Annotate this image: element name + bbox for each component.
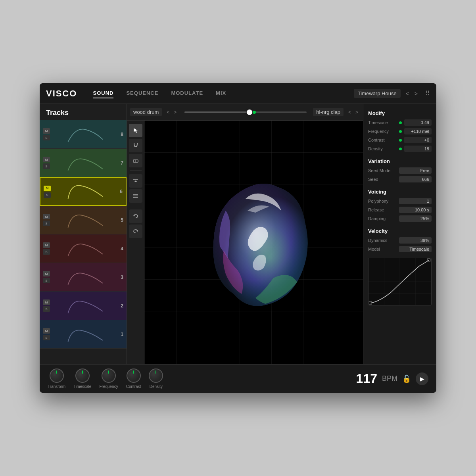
solo-btn-8[interactable]: S — [43, 135, 50, 140]
bpm-unit: BPM — [382, 374, 397, 383]
track-item-6[interactable]: M S 6 — [40, 177, 127, 206]
velocity-section-title: Velocity — [368, 228, 432, 234]
tool-magnet[interactable] — [129, 139, 142, 152]
mute-btn-3[interactable]: M — [43, 271, 50, 276]
knob-frequency-control[interactable] — [102, 369, 116, 383]
app-logo: VISCO — [46, 88, 77, 99]
sound-arrows-left: < > — [165, 109, 178, 116]
damping-label: Damping — [368, 216, 397, 221]
mute-btn-1[interactable]: M — [43, 328, 50, 334]
solo-btn-5[interactable]: S — [43, 221, 50, 226]
sound-arrows-right: < > — [347, 109, 360, 116]
bpm-lock-icon[interactable]: 🔓 — [402, 374, 411, 383]
velocity-graph — [368, 258, 432, 305]
tab-modulate[interactable]: MODULATE — [171, 88, 203, 98]
tool-divider-1 — [130, 171, 142, 171]
sound-name-right: hi-nrg clap — [313, 108, 344, 116]
track-item-3[interactable]: M S 3 — [40, 263, 127, 292]
preset-nav: < > — [404, 90, 420, 98]
track-number-2: 2 — [121, 303, 123, 309]
canvas-area[interactable] — [144, 121, 363, 364]
solo-btn-2[interactable]: S — [43, 306, 50, 312]
model-value[interactable]: Timescale — [399, 246, 432, 252]
knob-timescale-control[interactable] — [75, 369, 90, 383]
sound-right-next[interactable]: > — [354, 109, 360, 116]
mute-btn-7[interactable]: M — [43, 157, 50, 162]
param-timescale: Timescale 0.49 — [368, 119, 432, 126]
knob-contrast-control[interactable] — [127, 369, 141, 383]
sound-name-left: wood drum — [130, 108, 162, 116]
tool-align[interactable] — [129, 189, 142, 203]
dynamics-value[interactable]: 39% — [399, 237, 432, 244]
frequency-label: Frequency — [368, 129, 397, 134]
release-value[interactable]: 10.00 s — [399, 207, 432, 213]
mute-btn-8[interactable]: M — [43, 128, 50, 134]
param-release: Release 10.00 s — [368, 207, 432, 213]
solo-btn-7[interactable]: S — [43, 163, 50, 169]
tab-mix[interactable]: MIX — [216, 88, 226, 98]
frequency-value[interactable]: +110 mel — [404, 128, 432, 134]
tool-redo[interactable] — [129, 225, 142, 238]
seed-mode-value[interactable]: Free — [399, 167, 432, 174]
preset-name: Timewarp House — [354, 89, 401, 98]
track-item-1[interactable]: M S 1 — [40, 320, 127, 349]
tool-erase[interactable] — [129, 154, 142, 167]
polyphony-label: Polyphony — [368, 199, 397, 203]
sound-right-prev[interactable]: < — [347, 109, 353, 116]
knob-transform-control[interactable] — [50, 369, 64, 383]
tab-sound[interactable]: SOUND — [93, 88, 113, 98]
grid-icon[interactable]: ⠿ — [425, 90, 430, 97]
track-item-5[interactable]: M S 5 — [40, 206, 127, 234]
solo-btn-6[interactable]: S — [44, 192, 51, 198]
track-number-5: 5 — [121, 217, 123, 223]
track-number-6: 6 — [120, 189, 123, 194]
density-label: Density — [368, 146, 397, 151]
track-waveform-2 — [52, 296, 118, 316]
tool-select[interactable] — [129, 124, 142, 137]
polyphony-value[interactable]: 1 — [399, 198, 432, 204]
mute-btn-4[interactable]: M — [43, 242, 50, 248]
track-buttons-7: M S — [43, 157, 50, 169]
param-polyphony: Polyphony 1 — [368, 198, 432, 204]
solo-btn-1[interactable]: S — [43, 335, 50, 340]
sound-slider[interactable] — [184, 111, 307, 113]
track-item-2[interactable]: M S 2 — [40, 292, 127, 320]
preset-prev[interactable]: < — [404, 90, 411, 98]
knob-contrast-label: Contrast — [126, 384, 141, 389]
sound-slider-container[interactable] — [181, 111, 310, 113]
voicing-section-title: Voicing — [368, 189, 432, 195]
damping-value[interactable]: 25% — [399, 215, 432, 222]
timescale-dot — [399, 121, 402, 124]
center-panel: wood drum < > hi-nrg clap < > — [127, 104, 363, 364]
preset-next[interactable]: > — [413, 90, 420, 98]
seed-mode-label: Seed Mode — [368, 168, 397, 173]
param-seed: Seed 666 — [368, 176, 432, 182]
track-number-7: 7 — [121, 160, 123, 166]
timescale-value[interactable]: 0.49 — [404, 119, 432, 126]
seed-label: Seed — [368, 177, 397, 182]
mute-btn-2[interactable]: M — [43, 299, 50, 305]
seed-value[interactable]: 666 — [399, 176, 432, 182]
density-value[interactable]: +18 — [404, 146, 432, 152]
track-item-4[interactable]: M S 4 — [40, 234, 127, 263]
play-button[interactable]: ▶ — [416, 372, 428, 385]
tool-snap[interactable] — [129, 174, 142, 188]
contrast-value[interactable]: +0 — [404, 137, 432, 143]
track-buttons-2: M S — [43, 299, 50, 312]
knob-density-control[interactable] — [149, 369, 163, 383]
dynamics-label: Dynamics — [368, 238, 397, 243]
mute-btn-6[interactable]: M — [44, 186, 51, 191]
solo-btn-3[interactable]: S — [43, 278, 50, 283]
canvas-3d-object — [186, 167, 337, 318]
mute-btn-5[interactable]: M — [43, 214, 50, 219]
tab-sequence[interactable]: SEQUENCE — [126, 88, 158, 98]
preset-area: Timewarp House < > ⠿ — [354, 89, 430, 98]
solo-btn-4[interactable]: S — [43, 249, 50, 255]
knob-transform: Transform — [48, 369, 65, 389]
sound-next[interactable]: > — [172, 109, 178, 116]
track-item-8[interactable]: M S 8 — [40, 120, 127, 149]
track-item-7[interactable]: M S 7 — [40, 149, 127, 177]
sound-prev[interactable]: < — [165, 109, 171, 116]
knob-density: Density — [149, 369, 163, 389]
tool-undo[interactable] — [129, 209, 142, 223]
